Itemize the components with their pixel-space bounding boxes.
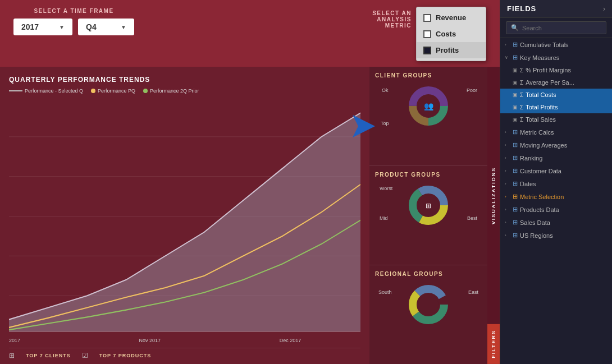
sales-data-label: Sales Data — [520, 219, 608, 226]
dates-expand-arrow: › — [505, 181, 510, 186]
key-measures-expand-arrow: ∨ — [505, 55, 510, 60]
legend-label-3: Performance 2Q Prior — [150, 88, 199, 94]
products-data-icon: ⊞ — [513, 206, 518, 213]
field-ranking[interactable]: › ⊞ Ranking — [500, 151, 612, 164]
metric-calcs-icon: ⊞ — [513, 128, 518, 136]
product-donut-svg: ⊞ — [406, 183, 451, 228]
svg-point-20 — [418, 294, 439, 315]
field-sales-data[interactable]: › ⊞ Sales Data — [500, 216, 612, 229]
total-profits-label: Total Profits — [526, 104, 608, 110]
field-average-per-sa[interactable]: ▣ Σ Average Per Sa... — [500, 76, 612, 89]
chart-svg — [9, 97, 360, 335]
year-dropdown[interactable]: 2017 ▼ — [13, 19, 72, 35]
field-total-costs[interactable]: ▣ Σ Total Costs — [500, 89, 612, 101]
field-moving-averages[interactable]: › ⊞ Moving Averages — [500, 139, 612, 151]
chart-panel: QUARTERLY PERFORMANCE TRENDS Performance… — [0, 67, 369, 364]
legend-label-2: Performance PQ — [98, 88, 135, 94]
moving-averages-expand-arrow: › — [505, 142, 510, 148]
metric-item-costs[interactable]: Costs — [417, 26, 486, 42]
regional-groups-donut: South East — [375, 280, 482, 328]
metric-label-3: METRIC — [385, 22, 412, 29]
field-total-profits[interactable]: ▣ Σ Total Profits — [500, 101, 612, 113]
filters-label: FILTERS — [491, 330, 496, 358]
svg-marker-6 — [9, 113, 360, 331]
field-metric-calcs[interactable]: › ⊞ Metric Calcs — [500, 126, 612, 139]
quarter-dropdown[interactable]: Q4 ▼ — [78, 19, 134, 35]
field-customer-data[interactable]: › ⊞ Customer Data — [500, 164, 612, 177]
svg-text:⊞: ⊞ — [426, 202, 431, 210]
metric-calcs-expand-arrow: › — [505, 130, 510, 135]
total-sales-icon2: Σ — [520, 117, 523, 123]
donut-label-south: South — [378, 289, 392, 295]
bottom-item-2: TOP 7 PRODUCTS — [99, 353, 152, 358]
timeframe-label: SELECT A TIME FRAME — [34, 8, 113, 14]
chart-area — [9, 97, 360, 335]
average-icon2: Σ — [520, 80, 523, 86]
quarter-value: Q4 — [86, 22, 97, 31]
metric-calcs-label: Metric Calcs — [520, 129, 608, 136]
ranking-icon: ⊞ — [513, 154, 518, 162]
profit-margins-icon2: Σ — [520, 67, 523, 73]
donut-label-worst: Worst — [380, 186, 392, 191]
chart-legend: Performance - Selected Q Performance PQ … — [9, 88, 360, 94]
profit-margins-label: % Profit Margins — [526, 67, 608, 73]
profit-margins-icon1: ▣ — [513, 67, 518, 73]
dates-icon: ⊞ — [513, 180, 518, 187]
metric-label-1: SELECT AN — [372, 10, 412, 16]
regional-groups-title: REGIONAL GROUPS — [375, 271, 482, 277]
bottom-check-icon: ☑ — [82, 352, 88, 360]
field-cumulative-totals[interactable]: › ⊞ Cumulative Totals — [500, 38, 612, 51]
field-key-measures[interactable]: ∨ ⊞ Key Measures — [500, 51, 612, 64]
field-dates[interactable]: › ⊞ Dates — [500, 177, 612, 190]
client-groups-section: CLIENT GROUPS Ok Poor Top 👥 — [369, 67, 487, 166]
customer-data-expand-arrow: › — [505, 168, 510, 173]
customer-data-icon: ⊞ — [513, 167, 518, 174]
fields-panel-arrow[interactable]: › — [603, 5, 605, 13]
average-icon1: ▣ — [513, 80, 518, 85]
cumulative-expand-arrow: › — [505, 42, 510, 47]
revenue-checkbox[interactable] — [423, 14, 431, 22]
costs-label: Costs — [436, 30, 456, 38]
fields-list: › ⊞ Cumulative Totals ∨ ⊞ Key Measures ▣… — [500, 38, 612, 364]
product-groups-title: PRODUCT GROUPS — [375, 172, 482, 178]
costs-checkbox[interactable] — [423, 30, 431, 38]
metric-item-revenue[interactable]: Revenue — [417, 10, 486, 26]
fields-header: FIELDS › — [500, 0, 612, 18]
revenue-label: Revenue — [436, 13, 466, 22]
timeframe-section: SELECT A TIME FRAME 2017 ▼ Q4 ▼ — [13, 8, 134, 35]
products-data-expand-arrow: › — [505, 207, 510, 212]
products-data-label: Products Data — [520, 206, 608, 213]
legend-item-2: Performance PQ — [91, 88, 135, 94]
visualizations-label: VISUALIZATIONS — [491, 167, 496, 224]
legend-item-3: Performance 2Q Prior — [143, 88, 199, 94]
field-products-data[interactable]: › ⊞ Products Data — [500, 203, 612, 216]
ranking-label: Ranking — [520, 155, 608, 162]
donut-label-best: Best — [467, 215, 477, 221]
field-profit-margins[interactable]: ▣ Σ % Profit Margins — [500, 64, 612, 76]
bottom-icon-1: ⊞ — [9, 352, 15, 360]
field-metric-selection[interactable]: › ⊞ Metric Selection — [500, 190, 612, 203]
moving-averages-label: Moving Averages — [520, 142, 608, 149]
arrow-indicator — [347, 112, 375, 142]
donut-label-mid: Mid — [380, 215, 388, 221]
search-input[interactable] — [522, 25, 601, 31]
total-profits-icon1: ▣ — [513, 104, 518, 110]
field-us-regions[interactable]: › ⊞ US Regions — [500, 229, 612, 242]
filters-tab[interactable]: FILTERS — [487, 324, 500, 364]
field-total-sales[interactable]: ▣ Σ Total Sales — [500, 113, 612, 126]
regional-groups-section: REGIONAL GROUPS South East — [369, 265, 487, 364]
total-costs-icon1: ▣ — [513, 92, 518, 98]
profits-checkbox[interactable] — [423, 47, 431, 54]
metric-popup: Revenue Costs Profits — [416, 7, 486, 61]
bottom-row: ⊞ TOP 7 CLIENTS ☑ TOP 7 PRODUCTS — [9, 348, 360, 360]
chart-title: QUARTERLY PERFORMANCE TRENDS — [9, 76, 360, 84]
cumulative-icon: ⊞ — [513, 41, 518, 48]
x-label-1: 2017 — [9, 338, 20, 343]
groups-panel: CLIENT GROUPS Ok Poor Top 👥 — [369, 67, 487, 364]
svg-marker-21 — [353, 115, 375, 137]
bottom-item-1: TOP 7 CLIENTS — [26, 353, 71, 358]
metric-item-profits[interactable]: Profits — [417, 42, 486, 58]
fields-search: 🔍 — [500, 18, 612, 38]
regional-donut-svg — [406, 282, 451, 327]
visualizations-tab[interactable]: VISUALIZATIONS — [487, 67, 500, 324]
